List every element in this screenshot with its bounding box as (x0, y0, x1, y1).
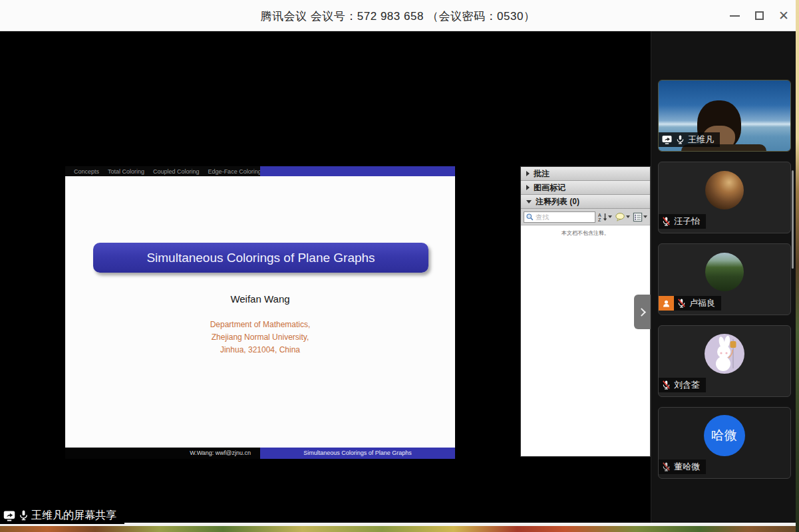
affiliation-line: Zhejiang Normal University, (65, 331, 455, 344)
participant-tile-donghawei[interactable]: 哈微 董哈微 (658, 407, 791, 479)
slide-footer-title: Simultaneous Colorings of Plane Graphs (260, 448, 455, 459)
maximize-button[interactable] (747, 0, 771, 31)
microphone-icon (675, 134, 685, 145)
microphone-muted-icon (661, 216, 671, 227)
participant-name-bar: 汪子怡 (659, 214, 706, 229)
section-annotation-list[interactable]: 注释列表 (0) (521, 195, 650, 209)
sort-button[interactable]: AZ (598, 212, 612, 222)
microphone-muted-icon (661, 380, 671, 390)
participant-tile-wangweifan[interactable]: 王维凡 (658, 80, 791, 152)
chevron-right-icon (526, 185, 530, 190)
section-label: 注释列表 (0) (536, 196, 579, 207)
microphone-muted-icon (661, 462, 671, 472)
participants-sidebar: 王维凡 汪子怡 (651, 31, 796, 523)
annotation-panel: 批注 图画标记 注释列表 (0) AZ (520, 166, 651, 457)
meeting-title: 腾讯会议 会议号：572 983 658 （会议密码：0530） (0, 9, 796, 24)
avatar: 哈微 (704, 415, 745, 456)
svg-text:A: A (598, 212, 601, 217)
person-icon (661, 299, 671, 309)
slide-title-banner: Simultaneous Colorings of Plane Graphs (93, 243, 428, 273)
dropdown-caret-icon (608, 215, 612, 218)
slide-nav-coupled-coloring[interactable]: Coupled Coloring (153, 168, 200, 175)
empty-annotations-message: 本文档不包含注释。 (521, 229, 650, 237)
minimize-icon (730, 15, 740, 17)
desktop-wallpaper-bottom (0, 526, 796, 532)
chevron-right-icon (526, 171, 530, 176)
section-comments[interactable]: 批注 (521, 167, 650, 181)
participant-name-bar: 刘含荃 (659, 378, 706, 392)
participant-name: 汪子怡 (674, 215, 700, 227)
avatar (705, 253, 744, 291)
participant-name: 王维凡 (688, 134, 714, 146)
comment-filter-button[interactable] (615, 212, 630, 222)
presentation-slide: Concepts Total Coloring Coupled Coloring… (65, 166, 455, 459)
avatar-initials: 哈微 (711, 427, 738, 444)
dropdown-caret-icon (626, 215, 630, 218)
panel-expand-button[interactable] (634, 295, 651, 329)
affiliation-line: Jinhua, 321004, China (65, 344, 455, 356)
slide-footer: W.Wang: wwf@zjnu.cn Simultaneous Colorin… (65, 448, 455, 459)
sort-az-icon: AZ (598, 212, 607, 222)
shared-screen-stage: Concepts Total Coloring Coupled Coloring… (0, 31, 651, 523)
participant-tile-lufuliang[interactable]: 卢福良 (658, 243, 791, 315)
search-icon (526, 213, 534, 221)
list-icon (633, 212, 643, 222)
participant-tile-wangziyi[interactable]: 汪子怡 (658, 162, 791, 233)
microphone-icon (18, 509, 29, 521)
close-icon: ✕ (778, 9, 789, 22)
participant-name-bar: 卢福良 (674, 296, 721, 311)
screen-share-banner: 王维凡的屏幕共享 (0, 507, 124, 524)
annotation-search-box[interactable] (524, 211, 595, 223)
participant-name: 刘含荃 (674, 379, 700, 391)
section-label: 图画标记 (534, 182, 565, 194)
participant-name: 董哈微 (674, 461, 700, 473)
avatar (705, 171, 744, 209)
minimize-button[interactable] (722, 0, 746, 31)
participant-name-bar: 王维凡 (659, 132, 720, 147)
slide-title: Simultaneous Colorings of Plane Graphs (146, 251, 375, 265)
slide-author: Weifan Wang (65, 293, 455, 305)
participant-name: 卢福良 (689, 297, 715, 309)
participant-tile-liuhanquan[interactable]: 刘含荃 (658, 325, 791, 397)
desktop-wallpaper-right (796, 0, 799, 532)
dropdown-caret-icon (643, 215, 647, 218)
screen-share-icon (661, 134, 673, 145)
section-label: 批注 (534, 168, 550, 180)
titlebar: 腾讯会议 会议号：572 983 658 （会议密码：0530） ✕ (0, 0, 796, 31)
slide-nav-total-coloring[interactable]: Total Coloring (108, 168, 144, 175)
sidebar-scrollbar[interactable] (792, 170, 794, 269)
slide-nav-blue-bar (260, 166, 455, 176)
screen-share-icon (3, 509, 16, 522)
affiliation-line: Department of Mathematics, (65, 319, 455, 331)
slide-affiliation: Department of Mathematics, Zhejiang Norm… (65, 319, 455, 356)
slide-body: Simultaneous Colorings of Plane Graphs W… (65, 176, 455, 448)
comment-bubble-icon (615, 212, 625, 222)
host-badge (659, 296, 674, 311)
list-options-button[interactable] (633, 212, 647, 222)
participant-name-bar: 董哈微 (659, 460, 706, 474)
search-input[interactable] (536, 213, 591, 221)
avatar (705, 334, 744, 374)
annotation-toolbar: AZ (521, 209, 650, 225)
svg-text:Z: Z (598, 217, 601, 222)
section-drawing-markups[interactable]: 图画标记 (521, 181, 650, 195)
slide-footer-email: W.Wang: wwf@zjnu.cn (65, 448, 260, 459)
share-banner-label: 王维凡的屏幕共享 (31, 509, 116, 523)
slide-nav-edge-face-coloring[interactable]: Edge-Face Coloring (208, 168, 261, 175)
meeting-window: 腾讯会议 会议号：572 983 658 （会议密码：0530） ✕ Conce… (0, 0, 799, 532)
rabbit-illustration (705, 334, 744, 374)
microphone-muted-icon (677, 298, 687, 309)
chevron-down-icon (526, 200, 532, 203)
slide-nav-concepts[interactable]: Concepts (74, 168, 99, 175)
chevron-right-icon (637, 308, 646, 317)
close-button[interactable]: ✕ (772, 0, 796, 31)
maximize-icon (755, 11, 764, 20)
